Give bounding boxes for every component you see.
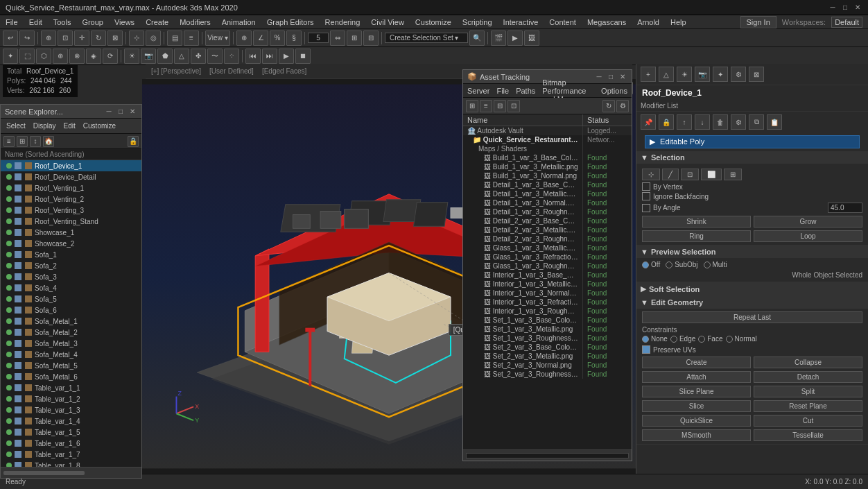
grow-button[interactable]: Grow bbox=[754, 216, 862, 228]
window-controls[interactable]: ─ □ ✕ bbox=[828, 3, 862, 12]
se-menu-display[interactable]: Display bbox=[31, 121, 59, 130]
se-menu-customize[interactable]: Customize bbox=[80, 121, 119, 130]
se-local-btn[interactable]: 🏠 bbox=[43, 136, 54, 147]
view-dropdown[interactable]: View ▾ bbox=[205, 31, 230, 46]
menu-views[interactable]: Views bbox=[109, 17, 140, 28]
menu-customize[interactable]: Customize bbox=[410, 17, 457, 28]
mp-shape-icon[interactable]: △ bbox=[659, 67, 674, 82]
mp-create-icon[interactable]: + bbox=[641, 67, 656, 82]
tb2-spline[interactable]: 〜 bbox=[207, 49, 223, 64]
at-row[interactable]: 📁 Quick_Service_Restaurant_max_vray.max … bbox=[463, 135, 632, 144]
quickslice-button[interactable]: QuickSlice bbox=[642, 415, 751, 427]
tb2-shape[interactable]: △ bbox=[174, 49, 189, 64]
at-tb-btn2[interactable]: ≡ bbox=[480, 100, 492, 112]
array-button[interactable]: ⊞ bbox=[347, 31, 362, 46]
preview-selection-header[interactable]: ▼ Preview Selection bbox=[636, 246, 868, 258]
workspace-value[interactable]: Default bbox=[831, 17, 862, 28]
menu-megascans[interactable]: Megascans bbox=[582, 17, 632, 28]
cut-button[interactable]: Cut bbox=[754, 415, 862, 427]
mp-light-icon[interactable]: ☀ bbox=[677, 67, 692, 82]
tb2-btn5[interactable]: ⊗ bbox=[69, 49, 85, 64]
at-row[interactable]: 🖼 Build_1_var_3_Base_Color.png Found bbox=[463, 153, 632, 162]
constraint-face-radio[interactable]: Face bbox=[698, 335, 722, 343]
slice-button[interactable]: Slice bbox=[642, 400, 751, 412]
tb2-btn1[interactable]: ✦ bbox=[3, 49, 18, 64]
menu-tools[interactable]: Tools bbox=[48, 17, 77, 28]
at-menu-paths[interactable]: Paths bbox=[516, 87, 535, 95]
tb2-play[interactable]: ⏮ bbox=[245, 49, 261, 64]
menu-create[interactable]: Create bbox=[140, 17, 174, 28]
scene-item[interactable]: Roof_Venting_2 bbox=[1, 194, 141, 205]
selection-header[interactable]: ▼ Selection bbox=[636, 151, 868, 164]
scene-item[interactable]: Table_var_1_8 bbox=[1, 460, 141, 467]
scene-explorer-minimize[interactable]: ─ bbox=[104, 107, 114, 117]
at-menu-options[interactable]: Options bbox=[601, 87, 627, 95]
close-button[interactable]: ✕ bbox=[853, 3, 862, 12]
at-maximize[interactable]: □ bbox=[606, 72, 616, 82]
constraint-normal-radio[interactable]: Normal bbox=[726, 335, 757, 343]
tb2-prev[interactable]: ⏭ bbox=[262, 49, 277, 64]
at-row[interactable]: 🏦 Autodesk Vault Logged... bbox=[463, 126, 632, 135]
scene-item[interactable]: Sofa_3 bbox=[1, 271, 141, 282]
at-row[interactable]: 🖼 Detail_1_var_3_Normal.png Found bbox=[463, 198, 632, 207]
undo-button[interactable]: ↩ bbox=[3, 31, 18, 46]
scene-item[interactable]: Roof_Venting_3 bbox=[1, 205, 141, 216]
polygon-select-btn[interactable]: ⬜ bbox=[701, 169, 722, 180]
loop-button[interactable]: Loop bbox=[754, 230, 862, 242]
menu-graph-editors[interactable]: Graph Editors bbox=[261, 17, 320, 28]
scene-item[interactable]: Sofa_Metal_4 bbox=[1, 349, 141, 360]
se-menu-select[interactable]: Select bbox=[3, 121, 28, 130]
slice-plane-button[interactable]: Slice Plane bbox=[642, 386, 751, 397]
spinner-snap[interactable]: § bbox=[286, 31, 302, 46]
ps-off-radio[interactable]: Off bbox=[642, 261, 660, 268]
at-row[interactable]: 🖼 Interior_1_var_3_Normal.png Found bbox=[463, 289, 632, 298]
redo-button[interactable]: ↪ bbox=[19, 31, 35, 46]
at-menu-file[interactable]: File bbox=[496, 87, 509, 95]
tb2-btn3[interactable]: ⬡ bbox=[36, 49, 51, 64]
scene-explorer-controls[interactable]: ─ □ ✕ bbox=[104, 107, 137, 117]
scene-item[interactable]: Sofa_Metal_3 bbox=[1, 338, 141, 349]
snap-toggle[interactable]: ⊕ bbox=[236, 31, 252, 46]
ignore-backfacing-checkbox[interactable]: Ignore Backfacing bbox=[642, 192, 862, 200]
mp-space-icon[interactable]: ⊠ bbox=[749, 67, 764, 82]
repeat-last-button[interactable]: Repeat Last bbox=[642, 311, 862, 323]
at-row[interactable]: 🖼 Detail_1_var_3_Roughness.png Found bbox=[463, 207, 632, 216]
msmooth-button[interactable]: MSmooth bbox=[642, 429, 751, 441]
at-menu-server[interactable]: Server bbox=[467, 87, 489, 95]
tb2-light[interactable]: ☀ bbox=[124, 49, 139, 64]
tb2-btn4[interactable]: ⊕ bbox=[53, 49, 68, 64]
scene-item[interactable]: Table_var_1_4 bbox=[1, 415, 141, 427]
at-row[interactable]: 🖼 Interior_1_var_3_Roughness.png Found bbox=[463, 307, 632, 316]
at-row[interactable]: Maps / Shaders bbox=[463, 144, 632, 153]
preserve-uvs-checkbox[interactable]: Preserve UVs bbox=[642, 345, 862, 354]
minimize-button[interactable]: ─ bbox=[828, 3, 837, 12]
at-tb-refresh[interactable]: ↻ bbox=[602, 100, 615, 112]
at-row[interactable]: 🖼 Set_2_var_3_Normal.png Found bbox=[463, 361, 632, 370]
menu-edit[interactable]: Edit bbox=[24, 17, 48, 28]
at-row[interactable]: 🖼 Set_1_var_3_Roughness.png Found bbox=[463, 334, 632, 343]
scene-item[interactable]: Table_var_1_3 bbox=[1, 404, 141, 415]
edge-select-btn[interactable]: ╱ bbox=[662, 169, 679, 180]
at-row[interactable]: 🖼 Build_1_var_3_Normal.png Found bbox=[463, 171, 632, 180]
mp-down-icon[interactable]: ↓ bbox=[695, 114, 710, 130]
align-button[interactable]: ⊟ bbox=[363, 31, 379, 46]
tb2-btn7[interactable]: ⟳ bbox=[103, 49, 118, 64]
scene-item[interactable]: Roof_Venting_Stand bbox=[1, 216, 141, 227]
mp-config-icon[interactable]: ⚙ bbox=[731, 114, 746, 130]
menu-content[interactable]: Content bbox=[544, 17, 582, 28]
at-row[interactable]: 🖼 Detail_1_var_3_Metallic.png Found bbox=[463, 189, 632, 198]
element-select-btn[interactable]: ⊞ bbox=[724, 169, 742, 180]
shrink-button[interactable]: Shrink bbox=[642, 216, 751, 228]
at-row[interactable]: 🖼 Build_1_var_3_Metallic.png Found bbox=[463, 162, 632, 171]
collapse-button[interactable]: Collapse bbox=[754, 357, 862, 368]
reset-plane-button[interactable]: Reset Plane bbox=[754, 400, 862, 412]
move-button[interactable]: ✛ bbox=[74, 31, 89, 46]
scene-item[interactable]: Sofa_2 bbox=[1, 260, 141, 271]
at-row[interactable]: 🖼 Detail_2_var_3_Metallic.png Found bbox=[463, 225, 632, 234]
tb2-particle[interactable]: ⁘ bbox=[224, 49, 239, 64]
percent-snap[interactable]: % bbox=[270, 31, 285, 46]
menu-animation[interactable]: Animation bbox=[216, 17, 261, 28]
mp-lock-icon[interactable]: 🔒 bbox=[659, 114, 674, 130]
attach-button[interactable]: Attach bbox=[642, 371, 751, 383]
at-minimize[interactable]: ─ bbox=[594, 72, 604, 82]
